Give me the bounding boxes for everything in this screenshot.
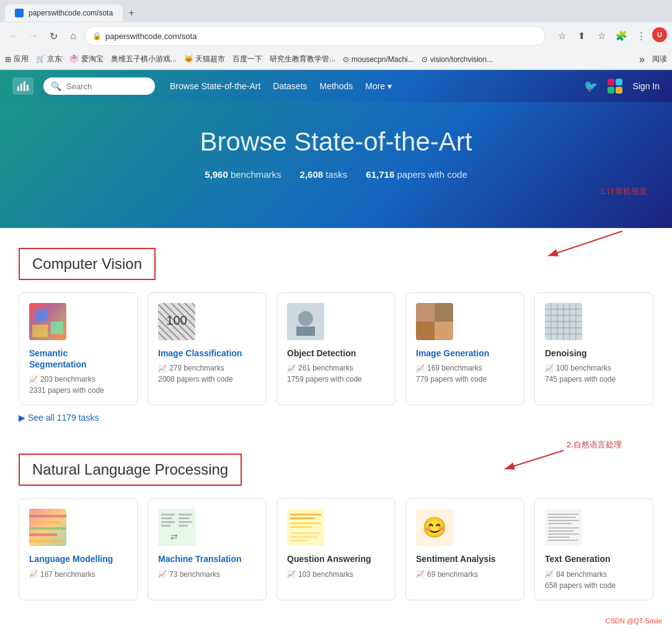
card-thumbnail: ⇄ (158, 509, 195, 546)
extensions-puzzle[interactable]: 🧩 (612, 27, 630, 45)
nav-datasets[interactable]: Datasets (273, 81, 307, 91)
nav-more[interactable]: More ▾ (365, 81, 392, 91)
back-button[interactable]: ← (5, 27, 22, 45)
card-benchmarks: 📈 203 benchmarks (29, 375, 127, 384)
bookmark-button[interactable]: ☆ (593, 27, 610, 45)
bookmark-github1[interactable]: ⊙ mousecpn/Machi... (343, 55, 414, 64)
card-papers: 2331 papers with code (29, 386, 127, 395)
card-benchmarks: 📈 261 benchmarks (287, 364, 385, 372)
svg-rect-34 (161, 525, 170, 527)
bookmark-taobao[interactable]: 👘 爱淘宝 (69, 54, 103, 64)
chart-icon: 📈 (158, 364, 167, 372)
nlp-card-machine-translation[interactable]: ⇄ Machine Translation 📈 73 benchmarks (148, 498, 267, 600)
nlp-card-text-generation[interactable]: Text Generation 📈 84 benchmarks 658 pape… (534, 498, 653, 600)
svg-rect-54 (548, 530, 574, 532)
home-button[interactable]: ⌂ (64, 27, 82, 45)
cv-card-image-generation[interactable]: Image Generation 📈 169 benchmarks 779 pa… (405, 292, 524, 405)
pwc-logo[interactable] (12, 77, 33, 95)
card-thumbnail: 😊 (416, 509, 453, 546)
bookmarks-more[interactable]: » (639, 54, 645, 65)
lock-icon: 🔒 (92, 32, 102, 40)
cv-cards-row: Semantic Segmentation 📈 203 benchmarks 2… (19, 292, 653, 405)
extensions-button[interactable]: ☆ (553, 27, 570, 45)
address-bar[interactable]: 🔒 paperswithcode.com/sota (84, 26, 546, 46)
bookmark-label: vision/torchvision... (430, 55, 493, 64)
see-all-cv[interactable]: ▶ See all 1179 tasks (19, 413, 653, 423)
nav-methods[interactable]: Methods (320, 81, 353, 91)
svg-rect-57 (548, 540, 578, 541)
search-input[interactable] (66, 82, 148, 91)
search-box[interactable]: 🔍 (43, 77, 155, 95)
card-thumbnail (416, 303, 453, 340)
nav-icons: ☆ ⬆ ☆ 🧩 ⋮ U (553, 27, 667, 45)
svg-rect-10 (296, 327, 315, 336)
slack-dot-1 (608, 79, 614, 86)
new-tab-button[interactable]: + (125, 7, 138, 19)
cv-card-object-detection[interactable]: Object Detection 📈 261 benchmarks 1759 p… (276, 292, 396, 405)
svg-rect-56 (548, 537, 570, 538)
cv-arrow-area (19, 240, 653, 248)
cv-card-denoising[interactable]: Denoising 📈 100 benchmarks 745 papers wi… (534, 292, 653, 405)
url-text: paperswithcode.com/sota (105, 32, 537, 41)
bookmark-edu[interactable]: 研究生教育教学管... (270, 54, 335, 64)
bookmark-baidu[interactable]: 百度一下 (232, 54, 262, 64)
slack-icon[interactable] (608, 79, 622, 94)
twitter-icon[interactable]: 🐦 (584, 79, 598, 93)
svg-rect-26 (29, 521, 60, 524)
card-title: Machine Translation (158, 553, 256, 564)
cv-section: Computer Vision Semantic Segmentation (19, 248, 653, 423)
face-3 (416, 322, 435, 340)
bookmark-jd[interactable]: 🛒 京东 (36, 54, 62, 64)
bookmark-label: mousecpn/Machi... (351, 55, 414, 64)
bookmark-game[interactable]: 奥维五子棋小游戏... (111, 54, 177, 64)
svg-point-9 (298, 311, 313, 326)
github-icon2: ⊙ (422, 55, 428, 64)
cv-card-image-classification[interactable]: 100 Image Classification 📈 279 benchmark… (148, 292, 267, 405)
card-benchmarks: 📈 100 benchmarks (545, 364, 643, 372)
bookmarks-bar: ⊞ 应用 🛒 京东 👘 爱淘宝 奥维五子棋小游戏... 🐱 天猫超市 百度一下 … (0, 50, 672, 69)
bar1 (17, 86, 19, 91)
card-benchmarks: 📈 84 benchmarks (545, 570, 643, 579)
bar3 (24, 81, 25, 91)
menu-button[interactable]: ⋮ (632, 27, 650, 45)
svg-rect-25 (29, 515, 66, 517)
search-icon: 🔍 (51, 81, 61, 91)
bar4 (27, 85, 29, 91)
card-title: Text Generation (545, 553, 643, 564)
svg-rect-29 (29, 540, 63, 542)
bookmark-tmall[interactable]: 🐱 天猫超市 (184, 54, 225, 64)
lm-img (29, 509, 66, 546)
signin-button[interactable]: Sign In (632, 81, 660, 91)
see-all-arrow: ▶ (19, 413, 25, 423)
tasks-stat: 2,608 tasks (300, 169, 348, 180)
refresh-button[interactable]: ↻ (45, 27, 62, 45)
svg-rect-27 (29, 527, 66, 530)
bookmark-apps[interactable]: ⊞ 应用 (5, 54, 29, 64)
chart-icon: 📈 (545, 364, 554, 372)
papers-stat: 61,716 papers with code (366, 169, 467, 180)
nlp-title: Natural Language Processing (32, 461, 228, 478)
cv-card-semantic-seg[interactable]: Semantic Segmentation 📈 203 benchmarks 2… (19, 292, 138, 405)
share-button[interactable]: ⬆ (573, 27, 590, 45)
tab-title: paperswithcode.com/sota (29, 9, 113, 17)
svg-text:2.自然语言处理: 2.自然语言处理 (567, 440, 622, 449)
forward-button[interactable]: → (25, 27, 42, 45)
svg-rect-28 (29, 533, 57, 536)
nlp-card-language-modelling[interactable]: Language Modelling 📈 167 benchmarks (19, 498, 138, 600)
bookmark-github2[interactable]: ⊙ vision/torchvision... (422, 55, 493, 64)
bookmark-reader[interactable]: 阅读 (652, 54, 667, 64)
bookmark-label: 奥维五子棋小游戏... (111, 54, 177, 64)
nlp-card-sentiment-analysis[interactable]: 😊 Sentiment Analysis 📈 69 benchmarks (405, 498, 524, 600)
nlp-arrow-svg: 2.自然语言处理 (467, 435, 653, 472)
browser-chrome: paperswithcode.com/sota + ← → ↻ ⌂ 🔒 pape… (0, 0, 672, 70)
nav-browse[interactable]: Browse State-of-the-Art (170, 81, 260, 91)
card-thumbnail (287, 303, 324, 340)
browser-tab[interactable]: paperswithcode.com/sota (5, 4, 123, 22)
card-title: Image Classification (158, 348, 256, 359)
profile-avatar[interactable]: U (652, 27, 667, 42)
card-thumbnail (545, 303, 582, 340)
nlp-card-question-answering[interactable]: Question Answering 📈 103 benchmarks (276, 498, 396, 600)
apps-icon: ⊞ (5, 55, 11, 64)
slack-dot-2 (616, 79, 622, 86)
svg-rect-55 (548, 533, 579, 535)
